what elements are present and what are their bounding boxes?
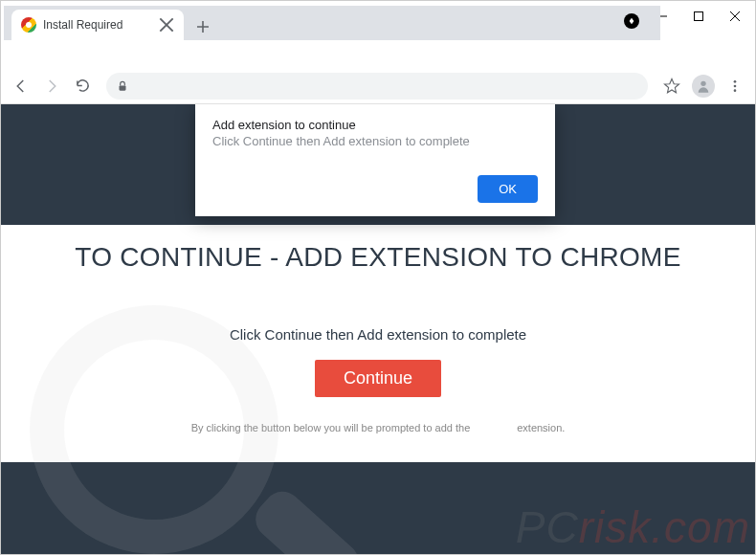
- continue-button[interactable]: Continue: [315, 360, 441, 397]
- browser-tab[interactable]: Install Required: [11, 10, 184, 40]
- bookmark-star-icon[interactable]: [657, 72, 686, 100]
- disclaimer-post: extension.: [517, 422, 565, 433]
- favicon-icon: [21, 17, 36, 33]
- back-button[interactable]: [7, 72, 35, 100]
- reload-button[interactable]: [68, 72, 97, 100]
- dialog-body: Click Continue then Add extension to com…: [212, 134, 538, 148]
- footer-band: [1, 462, 755, 554]
- dialog-ok-button[interactable]: OK: [478, 175, 538, 203]
- svg-rect-1: [120, 85, 126, 90]
- address-bar[interactable]: [106, 73, 648, 100]
- profile-avatar-icon[interactable]: [692, 75, 715, 98]
- close-tab-icon[interactable]: [159, 17, 174, 33]
- incognito-icon: [624, 13, 639, 29]
- disclaimer-pre: By clicking the button below you will be…: [191, 422, 471, 433]
- svg-rect-0: [695, 12, 703, 21]
- page-content: TO CONTINUE - ADD EXTENSION TO CHROME Cl…: [1, 225, 755, 462]
- new-tab-button[interactable]: [189, 13, 216, 40]
- page-viewport: TO CONTINUE - ADD EXTENSION TO CHROME Cl…: [1, 104, 755, 554]
- tab-strip: Install Required: [4, 6, 660, 40]
- lock-icon: [116, 79, 129, 93]
- browser-toolbar: [1, 68, 755, 104]
- svg-point-2: [700, 80, 705, 85]
- page-subhead: Click Continue then Add extension to com…: [18, 326, 738, 343]
- forward-button[interactable]: [37, 72, 66, 100]
- maximize-button[interactable]: [680, 3, 717, 30]
- page-headline: TO CONTINUE - ADD EXTENSION TO CHROME: [18, 242, 738, 273]
- svg-point-4: [734, 84, 737, 87]
- svg-point-5: [734, 89, 737, 92]
- alert-dialog: Add extension to continue Click Continue…: [195, 104, 555, 216]
- browser-window: Install Required: [0, 0, 756, 555]
- dialog-title: Add extension to continue: [212, 118, 538, 132]
- disclaimer-text: By clicking the button below you will be…: [18, 422, 738, 433]
- menu-button[interactable]: [721, 72, 749, 100]
- window-close-button[interactable]: [717, 3, 753, 30]
- tab-title: Install Required: [43, 18, 152, 32]
- svg-point-3: [734, 80, 737, 83]
